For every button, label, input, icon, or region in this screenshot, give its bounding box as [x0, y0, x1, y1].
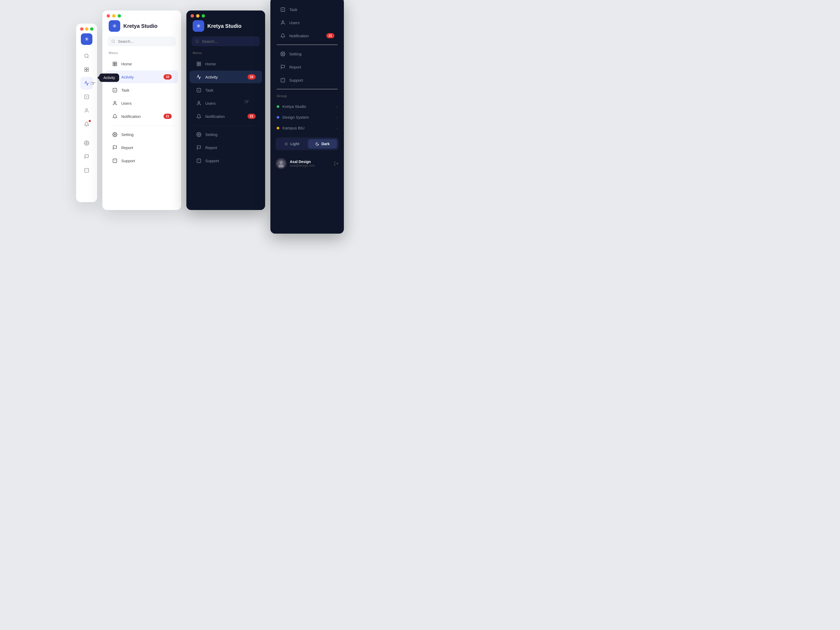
mini-nav-users[interactable] [81, 104, 93, 117]
nav-activity-dark[interactable]: Activity 10 [189, 71, 262, 83]
task-icon-light [112, 87, 118, 93]
rp-users[interactable]: Users [273, 16, 341, 29]
nav-home-light[interactable]: Home [106, 57, 178, 70]
nav-notification-label-dark: Notification [205, 114, 225, 118]
dot-yellow [85, 27, 88, 31]
mini-nav-support[interactable] [81, 164, 93, 177]
nav-setting-light[interactable]: Setting [106, 128, 178, 141]
theme-dark-btn[interactable]: Dark [308, 139, 337, 148]
nav-support-label-dark: Support [205, 159, 219, 163]
nav-support-label-light: Support [121, 159, 135, 163]
nav-notification-light[interactable]: Notification 21 [106, 110, 178, 123]
rp-report[interactable]: Report [273, 61, 341, 73]
app-icon-dark: ✳ [193, 20, 204, 32]
search-box-dark[interactable] [192, 36, 260, 46]
rp-setting[interactable]: Setting [273, 47, 341, 60]
user-row: Asal Design asal@design.com [270, 154, 344, 173]
theme-light-btn[interactable]: Light [277, 139, 306, 148]
svg-rect-30 [197, 64, 199, 66]
svg-point-40 [282, 21, 284, 22]
nav-setting-label-dark: Setting [205, 132, 218, 137]
rp-notification-badge: 21 [326, 33, 335, 38]
mini-nav-setting[interactable] [81, 137, 93, 149]
theme-dark-label: Dark [321, 142, 330, 146]
svg-rect-15 [113, 62, 114, 63]
app-name-light: Kretya Studio [123, 23, 158, 29]
titlebar-light [103, 11, 181, 20]
sidebar-dark-header: ✳ Kretya Studio [186, 20, 265, 36]
nav-task-label-dark: Task [205, 88, 213, 92]
nav-report-dark[interactable]: Report [189, 141, 262, 154]
rp-task[interactable]: Task [273, 3, 341, 16]
group-dot-kampus [277, 127, 279, 129]
mini-nav-search[interactable] [81, 50, 93, 62]
dot-green [90, 27, 93, 31]
users-icon-dark [196, 100, 202, 106]
user-avatar [276, 158, 287, 169]
svg-rect-5 [87, 70, 89, 72]
svg-rect-2 [85, 68, 87, 69]
dot-red [107, 14, 110, 17]
notification-badge-dark: 21 [248, 114, 256, 119]
rp-divider-2 [277, 89, 338, 89]
rp-users-label: Users [289, 21, 300, 25]
nav-support-dark[interactable]: Support [189, 154, 262, 167]
nav-task-dark[interactable]: Task [189, 84, 262, 96]
mini-nav-report[interactable] [81, 150, 93, 163]
rp-support-icon [280, 77, 286, 83]
rp-support[interactable]: Support [273, 74, 341, 86]
mini-nav [76, 50, 97, 177]
theme-switcher: Light Dark [276, 137, 339, 150]
menu-label-light: Menu [103, 51, 181, 57]
svg-point-13 [112, 40, 114, 43]
nav-task-light[interactable]: Task [106, 84, 178, 96]
svg-point-21 [114, 134, 115, 135]
sidebar-dark-right: Task Users Notification 21 Setting [270, 0, 344, 234]
nav-notification-label-light: Notification [121, 114, 141, 118]
search-input-dark[interactable] [202, 39, 256, 44]
mini-nav-task[interactable] [81, 90, 93, 103]
nav-users-dark[interactable]: Users [189, 97, 262, 109]
group-dot-kretya [277, 105, 279, 108]
report-icon-light [112, 145, 118, 150]
svg-rect-3 [87, 68, 89, 69]
group-design[interactable]: Design System › [270, 112, 344, 123]
nav-report-label-dark: Report [205, 145, 217, 150]
mini-nav-home[interactable] [81, 63, 93, 76]
search-input-light[interactable] [118, 39, 172, 44]
setting-icon-dark [196, 131, 202, 137]
users-icon-light [112, 100, 118, 106]
svg-line-14 [114, 42, 115, 43]
nav-notification-dark[interactable]: Notification 21 [189, 110, 262, 123]
activity-tooltip: Activity [99, 74, 119, 82]
dot-red-dark [191, 14, 194, 17]
activity-badge-light: 10 [164, 74, 172, 79]
titlebar-dark [186, 11, 265, 20]
dot-red [80, 27, 84, 31]
sidebar-light-header: ✳ Kretya Studio [103, 20, 181, 36]
svg-point-26 [196, 40, 199, 43]
svg-rect-16 [115, 62, 117, 63]
svg-point-33 [198, 101, 199, 103]
report-icon-dark [196, 145, 202, 150]
svg-point-41 [282, 53, 284, 55]
mini-nav-notification[interactable] [81, 118, 93, 131]
nav-home-dark[interactable]: Home [189, 57, 262, 70]
activity-icon-dark [196, 74, 202, 80]
group-kampus[interactable]: Kampus BIU › [270, 123, 344, 133]
nav-report-light[interactable]: Report [106, 141, 178, 154]
nav-setting-dark[interactable]: Setting [189, 128, 262, 141]
nav-users-label-dark: Users [205, 101, 216, 106]
nav-report-label-light: Report [121, 145, 133, 150]
nav-setting-label-light: Setting [121, 132, 134, 137]
svg-rect-29 [199, 62, 201, 63]
nav-support-light[interactable]: Support [106, 154, 178, 167]
rp-notification[interactable]: Notification 21 [273, 29, 341, 42]
group-kretya[interactable]: Kretya Studio › [270, 101, 344, 112]
search-box-light[interactable] [107, 36, 176, 46]
mini-nav-activity[interactable] [81, 77, 93, 90]
group-label: Group [270, 92, 344, 101]
nav-users-light[interactable]: Users [106, 97, 178, 109]
logout-icon[interactable] [334, 161, 339, 166]
dot-green-dark [202, 14, 205, 17]
